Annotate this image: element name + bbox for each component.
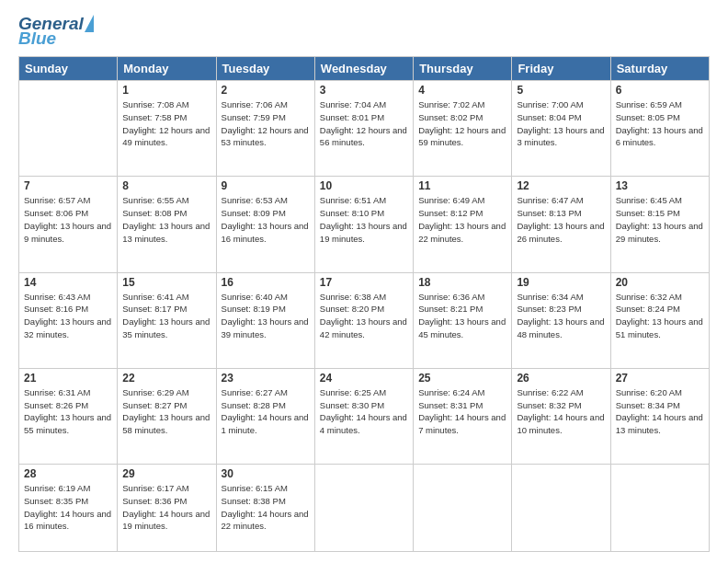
day-number: 11 (418, 179, 506, 192)
day-number: 25 (418, 372, 506, 385)
day-number: 4 (418, 84, 506, 97)
day-number: 24 (320, 372, 408, 385)
day-number: 1 (122, 84, 210, 97)
day-number: 6 (616, 84, 704, 97)
day-info: Sunrise: 6:31 AMSunset: 8:26 PMDaylight:… (24, 386, 112, 437)
day-info: Sunrise: 6:51 AMSunset: 8:10 PMDaylight:… (320, 194, 408, 245)
day-number: 21 (24, 372, 112, 385)
calendar-cell: 6Sunrise: 6:59 AMSunset: 8:05 PMDaylight… (610, 81, 709, 177)
calendar-cell: 23Sunrise: 6:27 AMSunset: 8:28 PMDayligh… (216, 368, 314, 464)
calendar-cell: 24Sunrise: 6:25 AMSunset: 8:30 PMDayligh… (314, 368, 413, 464)
calendar-cell: 13Sunrise: 6:45 AMSunset: 8:15 PMDayligh… (610, 177, 709, 272)
day-info: Sunrise: 6:25 AMSunset: 8:30 PMDaylight:… (320, 386, 408, 437)
day-number: 12 (517, 179, 605, 192)
calendar-cell: 15Sunrise: 6:41 AMSunset: 8:17 PMDayligh… (118, 272, 216, 368)
day-info: Sunrise: 6:17 AMSunset: 8:36 PMDaylight:… (122, 482, 210, 533)
logo-blue-text: Blue (18, 29, 94, 47)
calendar-cell: 20Sunrise: 6:32 AMSunset: 8:24 PMDayligh… (610, 272, 709, 368)
day-info: Sunrise: 7:02 AMSunset: 8:02 PMDaylight:… (418, 98, 506, 149)
day-info: Sunrise: 6:27 AMSunset: 8:28 PMDaylight:… (222, 386, 310, 437)
day-number: 28 (24, 467, 112, 480)
day-number: 22 (122, 372, 210, 385)
day-info: Sunrise: 6:59 AMSunset: 8:05 PMDaylight:… (616, 98, 704, 149)
calendar-cell: 19Sunrise: 6:34 AMSunset: 8:23 PMDayligh… (512, 272, 610, 368)
day-number: 20 (616, 276, 704, 289)
calendar-cell (414, 465, 512, 552)
calendar-cell (314, 465, 413, 552)
day-info: Sunrise: 6:15 AMSunset: 8:38 PMDaylight:… (222, 482, 310, 533)
calendar-cell: 9Sunrise: 6:53 AMSunset: 8:09 PMDaylight… (216, 177, 314, 272)
calendar-cell: 30Sunrise: 6:15 AMSunset: 8:38 PMDayligh… (216, 465, 314, 552)
calendar-cell: 8Sunrise: 6:55 AMSunset: 8:08 PMDaylight… (118, 177, 216, 272)
calendar-cell: 21Sunrise: 6:31 AMSunset: 8:26 PMDayligh… (19, 368, 118, 464)
day-info: Sunrise: 6:22 AMSunset: 8:32 PMDaylight:… (517, 386, 605, 437)
day-number: 30 (222, 467, 310, 480)
day-info: Sunrise: 6:49 AMSunset: 8:12 PMDaylight:… (418, 194, 506, 245)
calendar-cell (512, 465, 610, 552)
day-info: Sunrise: 7:08 AMSunset: 7:58 PMDaylight:… (122, 98, 210, 149)
calendar-cell: 3Sunrise: 7:04 AMSunset: 8:01 PMDaylight… (314, 81, 413, 177)
day-info: Sunrise: 6:57 AMSunset: 8:06 PMDaylight:… (24, 194, 112, 245)
day-number: 10 (320, 179, 408, 192)
calendar-table: SundayMondayTuesdayWednesdayThursdayFrid… (18, 56, 710, 552)
header: General Blue (18, 15, 710, 47)
calendar-cell: 1Sunrise: 7:08 AMSunset: 7:58 PMDaylight… (118, 81, 216, 177)
day-number: 27 (616, 372, 704, 385)
calendar-cell: 17Sunrise: 6:38 AMSunset: 8:20 PMDayligh… (314, 272, 413, 368)
day-info: Sunrise: 7:04 AMSunset: 8:01 PMDaylight:… (320, 98, 408, 149)
col-header-saturday: Saturday (610, 57, 709, 81)
day-number: 16 (222, 276, 310, 289)
calendar-cell: 7Sunrise: 6:57 AMSunset: 8:06 PMDaylight… (19, 177, 118, 272)
day-number: 7 (24, 179, 112, 192)
day-number: 13 (616, 179, 704, 192)
calendar-cell: 26Sunrise: 6:22 AMSunset: 8:32 PMDayligh… (512, 368, 610, 464)
day-info: Sunrise: 7:00 AMSunset: 8:04 PMDaylight:… (517, 98, 605, 149)
calendar-cell (610, 465, 709, 552)
day-number: 15 (122, 276, 210, 289)
day-info: Sunrise: 6:29 AMSunset: 8:27 PMDaylight:… (122, 386, 210, 437)
col-header-sunday: Sunday (19, 57, 118, 81)
col-header-tuesday: Tuesday (216, 57, 314, 81)
day-info: Sunrise: 6:19 AMSunset: 8:35 PMDaylight:… (24, 482, 112, 533)
day-info: Sunrise: 6:53 AMSunset: 8:09 PMDaylight:… (222, 194, 310, 245)
day-info: Sunrise: 6:40 AMSunset: 8:19 PMDaylight:… (222, 291, 310, 341)
day-number: 9 (222, 179, 310, 192)
day-info: Sunrise: 6:36 AMSunset: 8:21 PMDaylight:… (418, 291, 506, 341)
day-info: Sunrise: 6:43 AMSunset: 8:16 PMDaylight:… (24, 291, 112, 341)
day-info: Sunrise: 7:06 AMSunset: 7:59 PMDaylight:… (222, 98, 310, 149)
day-info: Sunrise: 6:38 AMSunset: 8:20 PMDaylight:… (320, 291, 408, 341)
day-number: 26 (517, 372, 605, 385)
calendar-cell: 16Sunrise: 6:40 AMSunset: 8:19 PMDayligh… (216, 272, 314, 368)
day-info: Sunrise: 6:41 AMSunset: 8:17 PMDaylight:… (122, 291, 210, 341)
calendar-cell: 2Sunrise: 7:06 AMSunset: 7:59 PMDaylight… (216, 81, 314, 177)
calendar-cell: 5Sunrise: 7:00 AMSunset: 8:04 PMDaylight… (512, 81, 610, 177)
day-info: Sunrise: 6:45 AMSunset: 8:15 PMDaylight:… (616, 194, 704, 245)
calendar-cell (19, 81, 118, 177)
calendar-cell: 10Sunrise: 6:51 AMSunset: 8:10 PMDayligh… (314, 177, 413, 272)
calendar-cell: 29Sunrise: 6:17 AMSunset: 8:36 PMDayligh… (118, 465, 216, 552)
day-info: Sunrise: 6:47 AMSunset: 8:13 PMDaylight:… (517, 194, 605, 245)
day-info: Sunrise: 6:24 AMSunset: 8:31 PMDaylight:… (418, 386, 506, 437)
logo: General Blue (18, 15, 94, 47)
day-number: 5 (517, 84, 605, 97)
day-info: Sunrise: 6:32 AMSunset: 8:24 PMDaylight:… (616, 291, 704, 341)
page: General Blue SundayMondayTuesdayWednesda… (0, 0, 728, 563)
day-info: Sunrise: 6:55 AMSunset: 8:08 PMDaylight:… (122, 194, 210, 245)
day-number: 17 (320, 276, 408, 289)
day-number: 18 (418, 276, 506, 289)
calendar-cell: 27Sunrise: 6:20 AMSunset: 8:34 PMDayligh… (610, 368, 709, 464)
calendar-cell: 11Sunrise: 6:49 AMSunset: 8:12 PMDayligh… (414, 177, 512, 272)
col-header-friday: Friday (512, 57, 610, 81)
day-number: 19 (517, 276, 605, 289)
calendar-cell: 25Sunrise: 6:24 AMSunset: 8:31 PMDayligh… (414, 368, 512, 464)
col-header-monday: Monday (118, 57, 216, 81)
col-header-wednesday: Wednesday (314, 57, 413, 81)
day-info: Sunrise: 6:34 AMSunset: 8:23 PMDaylight:… (517, 291, 605, 341)
calendar-cell: 28Sunrise: 6:19 AMSunset: 8:35 PMDayligh… (19, 465, 118, 552)
day-info: Sunrise: 6:20 AMSunset: 8:34 PMDaylight:… (616, 386, 704, 437)
calendar-cell: 18Sunrise: 6:36 AMSunset: 8:21 PMDayligh… (414, 272, 512, 368)
day-number: 2 (222, 84, 310, 97)
day-number: 23 (222, 372, 310, 385)
col-header-thursday: Thursday (414, 57, 512, 81)
day-number: 8 (122, 179, 210, 192)
